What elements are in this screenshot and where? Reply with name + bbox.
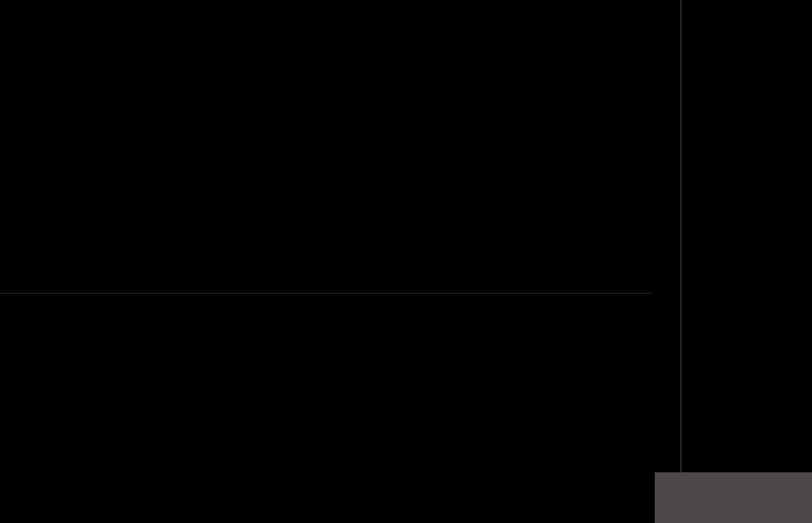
chart-header-line1 — [2, 3, 17, 15]
indicator-chart[interactable] — [0, 311, 651, 523]
quote-panel — [681, 0, 812, 523]
watermark — [655, 472, 812, 523]
price-axis — [650, 0, 681, 523]
stock-app-window — [0, 0, 812, 523]
panel-divider — [0, 293, 651, 294]
candlestick-chart[interactable] — [0, 33, 651, 293]
